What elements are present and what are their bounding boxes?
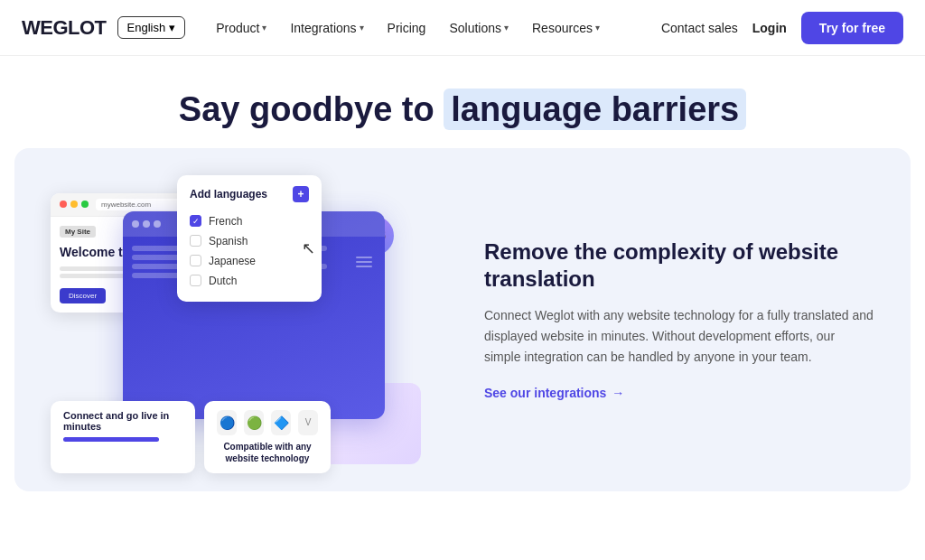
bottom-cards: Connect and go live in minutes 🔵 🟢 🔷 V C… [51,401,331,473]
more-icon: V [298,410,318,435]
lang-option-dutch: Dutch [190,271,309,291]
site-logo: My Site [60,226,96,238]
main-content: mywebsite.com My Site Welcome to my webs… [14,148,911,491]
compat-icons: 🔵 🟢 🔷 V [217,410,318,435]
nav-right: Contact sales Login Try for free [661,12,903,44]
browser-dot-red [60,201,67,208]
lang-checkbox-spanish[interactable] [190,235,201,247]
other-icon: 🔷 [271,410,291,435]
navbar: WEGLOT English ▾ Product ▾ Integrations … [0,0,925,56]
nav-integrations[interactable]: Integrations ▾ [281,15,372,41]
add-language-button[interactable]: + [293,186,309,202]
hamburger-icon [356,257,372,267]
chevron-down-icon: ▾ [595,23,600,33]
lang-option-french: French [190,211,309,231]
hero-section: Say goodbye to language barriers [0,56,925,148]
compat-card: 🔵 🟢 🔷 V Compatible with any website tech… [204,401,331,473]
big-browser-dot [132,220,139,228]
login-button[interactable]: Login [752,21,787,35]
nav-pricing[interactable]: Pricing [378,15,435,41]
language-selector[interactable]: English ▾ [117,16,186,39]
lang-checkbox-japanese[interactable] [190,255,201,266]
wordpress-icon: 🔵 [217,410,237,435]
chevron-down-icon: ▾ [504,23,509,33]
chevron-down-icon: ▾ [360,23,364,33]
connect-progress-bar [63,437,159,442]
connect-card: Connect and go live in minutes [51,401,195,473]
contact-sales-link[interactable]: Contact sales [661,21,738,35]
connect-card-title: Connect and go live in minutes [63,410,182,432]
browser-dot-green [81,201,89,208]
nav-links: Product ▾ Integrations ▾ Pricing Solutio… [207,15,661,41]
hero-title: Say goodbye to language barriers [18,90,907,130]
lang-panel-header: Add languages + [190,186,309,202]
browser-dot-yellow [70,201,78,208]
big-browser-dot [143,220,150,228]
compat-card-title: Compatible with any website technology [217,441,318,464]
chevron-down-icon: ▾ [169,21,175,34]
nav-solutions[interactable]: Solutions ▾ [440,15,518,41]
see-integrations-link[interactable]: See our integrations → [484,386,874,400]
nav-resources[interactable]: Resources ▾ [523,15,609,41]
shopify-icon: 🟢 [244,410,264,435]
lang-checkbox-dutch[interactable] [190,275,201,286]
chevron-down-icon: ▾ [262,23,266,33]
lang-option-japanese: Japanese [190,251,309,271]
logo: WEGLOT [22,16,107,40]
right-title: Remove the complexity of website transla… [484,238,874,293]
big-browser-dot [154,220,161,228]
lang-option-spanish: Spanish [190,231,309,251]
cursor-icon: ↖ [302,238,315,258]
illustration: mywebsite.com My Site Welcome to my webs… [33,166,448,473]
lang-panel-title: Add languages [190,188,267,201]
arrow-icon: → [612,386,624,400]
try-free-button[interactable]: Try for free [801,12,903,44]
right-section: Remove the complexity of website transla… [466,238,874,400]
discover-button: Discover [60,288,106,303]
lang-checkbox-french[interactable] [190,215,201,227]
lang-label: English [127,21,166,34]
add-languages-panel: Add languages + French Spanish Japanese … [177,175,322,302]
nav-product[interactable]: Product ▾ [207,15,276,41]
right-description: Connect Weglot with any website technolo… [484,305,874,368]
